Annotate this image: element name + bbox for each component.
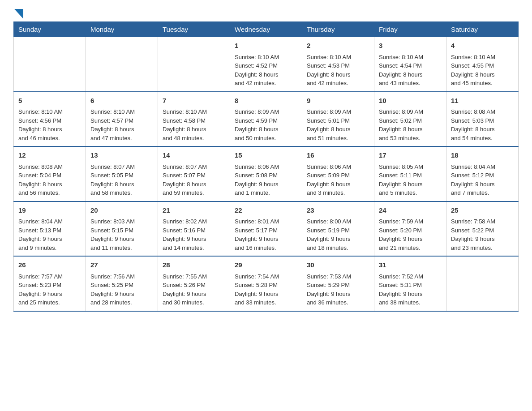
logo <box>13 9 23 17</box>
day-number: 3 <box>379 41 442 51</box>
week-row-2: 5Sunrise: 8:10 AMSunset: 4:56 PMDaylight… <box>14 92 519 147</box>
day-info: Sunrise: 8:09 AMSunset: 5:01 PMDaylight:… <box>307 107 369 142</box>
calendar-cell: 18Sunrise: 8:04 AMSunset: 5:12 PMDayligh… <box>446 146 519 201</box>
calendar-cell: 27Sunrise: 7:56 AMSunset: 5:25 PMDayligh… <box>86 256 158 311</box>
calendar-cell: 4Sunrise: 8:10 AMSunset: 4:55 PMDaylight… <box>446 37 519 92</box>
calendar-cell: 23Sunrise: 8:00 AMSunset: 5:19 PMDayligh… <box>302 201 374 257</box>
day-number: 21 <box>163 206 225 216</box>
day-info: Sunrise: 7:54 AMSunset: 5:28 PMDaylight:… <box>235 272 297 307</box>
day-number: 5 <box>18 96 81 106</box>
calendar-cell: 28Sunrise: 7:55 AMSunset: 5:26 PMDayligh… <box>158 256 230 311</box>
calendar-cell: 29Sunrise: 7:54 AMSunset: 5:28 PMDayligh… <box>230 256 302 311</box>
day-number: 7 <box>163 96 225 106</box>
day-number: 25 <box>451 206 514 216</box>
day-number: 15 <box>235 150 297 161</box>
calendar-cell <box>158 37 230 92</box>
calendar-cell: 7Sunrise: 8:10 AMSunset: 4:58 PMDaylight… <box>158 92 230 147</box>
calendar-cell <box>14 37 86 92</box>
calendar-cell: 5Sunrise: 8:10 AMSunset: 4:56 PMDaylight… <box>14 92 86 147</box>
day-header-monday: Monday <box>86 22 158 37</box>
calendar-cell: 9Sunrise: 8:09 AMSunset: 5:01 PMDaylight… <box>302 92 374 147</box>
day-info: Sunrise: 8:07 AMSunset: 5:05 PMDaylight:… <box>90 163 153 197</box>
day-info: Sunrise: 8:08 AMSunset: 5:03 PMDaylight:… <box>451 107 514 142</box>
day-info: Sunrise: 8:04 AMSunset: 5:12 PMDaylight:… <box>451 163 514 197</box>
day-info: Sunrise: 8:07 AMSunset: 5:07 PMDaylight:… <box>163 163 225 197</box>
calendar-cell: 14Sunrise: 8:07 AMSunset: 5:07 PMDayligh… <box>158 146 230 201</box>
day-number: 14 <box>163 150 225 161</box>
day-info: Sunrise: 8:09 AMSunset: 5:02 PMDaylight:… <box>379 107 442 142</box>
calendar-cell: 31Sunrise: 7:52 AMSunset: 5:31 PMDayligh… <box>374 256 446 311</box>
calendar-cell: 22Sunrise: 8:01 AMSunset: 5:17 PMDayligh… <box>230 201 302 257</box>
calendar-cell: 10Sunrise: 8:09 AMSunset: 5:02 PMDayligh… <box>374 92 446 147</box>
day-number: 29 <box>235 260 297 270</box>
week-row-3: 12Sunrise: 8:08 AMSunset: 5:04 PMDayligh… <box>14 146 519 201</box>
day-info: Sunrise: 7:53 AMSunset: 5:29 PMDaylight:… <box>307 272 369 307</box>
calendar-cell: 24Sunrise: 7:59 AMSunset: 5:20 PMDayligh… <box>374 201 446 257</box>
calendar-cell: 12Sunrise: 8:08 AMSunset: 5:04 PMDayligh… <box>14 146 86 201</box>
day-header-friday: Friday <box>374 22 446 37</box>
day-info: Sunrise: 8:05 AMSunset: 5:11 PMDaylight:… <box>379 163 442 197</box>
day-info: Sunrise: 7:58 AMSunset: 5:22 PMDaylight:… <box>451 217 514 252</box>
day-info: Sunrise: 7:56 AMSunset: 5:25 PMDaylight:… <box>90 272 153 307</box>
day-info: Sunrise: 7:59 AMSunset: 5:20 PMDaylight:… <box>379 217 442 252</box>
day-info: Sunrise: 8:06 AMSunset: 5:09 PMDaylight:… <box>307 163 369 197</box>
day-info: Sunrise: 8:08 AMSunset: 5:04 PMDaylight:… <box>18 163 81 197</box>
calendar-cell: 20Sunrise: 8:03 AMSunset: 5:15 PMDayligh… <box>86 201 158 257</box>
day-info: Sunrise: 8:04 AMSunset: 5:13 PMDaylight:… <box>18 217 81 252</box>
day-info: Sunrise: 8:09 AMSunset: 4:59 PMDaylight:… <box>235 107 297 142</box>
day-number: 27 <box>90 260 153 270</box>
day-number: 9 <box>307 96 369 106</box>
day-info: Sunrise: 8:10 AMSunset: 4:57 PMDaylight:… <box>90 107 153 142</box>
calendar-cell <box>446 256 519 311</box>
day-number: 2 <box>307 41 369 51</box>
day-info: Sunrise: 8:01 AMSunset: 5:17 PMDaylight:… <box>235 217 297 252</box>
day-info: Sunrise: 8:10 AMSunset: 4:54 PMDaylight:… <box>379 53 442 88</box>
calendar-cell: 1Sunrise: 8:10 AMSunset: 4:52 PMDaylight… <box>230 37 302 92</box>
calendar-cell: 6Sunrise: 8:10 AMSunset: 4:57 PMDaylight… <box>86 92 158 147</box>
day-info: Sunrise: 7:57 AMSunset: 5:23 PMDaylight:… <box>18 272 81 307</box>
calendar-cell: 25Sunrise: 7:58 AMSunset: 5:22 PMDayligh… <box>446 201 519 257</box>
calendar-cell: 26Sunrise: 7:57 AMSunset: 5:23 PMDayligh… <box>14 256 86 311</box>
day-number: 8 <box>235 96 297 106</box>
day-number: 22 <box>235 206 297 216</box>
calendar-cell: 15Sunrise: 8:06 AMSunset: 5:08 PMDayligh… <box>230 146 302 201</box>
day-header-sunday: Sunday <box>14 22 86 37</box>
day-number: 23 <box>307 206 369 216</box>
day-info: Sunrise: 8:10 AMSunset: 4:52 PMDaylight:… <box>235 53 297 88</box>
calendar-cell: 3Sunrise: 8:10 AMSunset: 4:54 PMDaylight… <box>374 37 446 92</box>
week-row-1: 1Sunrise: 8:10 AMSunset: 4:52 PMDaylight… <box>14 37 519 92</box>
day-number: 10 <box>379 96 442 106</box>
day-info: Sunrise: 8:03 AMSunset: 5:15 PMDaylight:… <box>90 217 153 252</box>
day-number: 16 <box>307 150 369 161</box>
day-info: Sunrise: 8:10 AMSunset: 4:56 PMDaylight:… <box>18 107 81 142</box>
day-header-wednesday: Wednesday <box>230 22 302 37</box>
day-number: 1 <box>235 41 297 51</box>
day-info: Sunrise: 8:06 AMSunset: 5:08 PMDaylight:… <box>235 163 297 197</box>
calendar-cell: 19Sunrise: 8:04 AMSunset: 5:13 PMDayligh… <box>14 201 86 257</box>
week-row-4: 19Sunrise: 8:04 AMSunset: 5:13 PMDayligh… <box>14 201 519 257</box>
logo-triangle-icon <box>14 9 23 19</box>
calendar-cell: 21Sunrise: 8:02 AMSunset: 5:16 PMDayligh… <box>158 201 230 257</box>
day-number: 19 <box>18 206 81 216</box>
day-info: Sunrise: 8:10 AMSunset: 4:58 PMDaylight:… <box>163 107 225 142</box>
day-number: 30 <box>307 260 369 270</box>
week-row-5: 26Sunrise: 7:57 AMSunset: 5:23 PMDayligh… <box>14 256 519 311</box>
calendar-cell: 17Sunrise: 8:05 AMSunset: 5:11 PMDayligh… <box>374 146 446 201</box>
calendar-header-row: SundayMondayTuesdayWednesdayThursdayFrid… <box>14 22 519 37</box>
day-number: 31 <box>379 260 442 270</box>
calendar-cell <box>86 37 158 92</box>
svg-marker-0 <box>14 9 23 19</box>
calendar-cell: 13Sunrise: 8:07 AMSunset: 5:05 PMDayligh… <box>86 146 158 201</box>
day-number: 18 <box>451 150 514 161</box>
day-info: Sunrise: 7:52 AMSunset: 5:31 PMDaylight:… <box>379 272 442 307</box>
day-number: 24 <box>379 206 442 216</box>
day-info: Sunrise: 8:02 AMSunset: 5:16 PMDaylight:… <box>163 217 225 252</box>
day-number: 17 <box>379 150 442 161</box>
calendar-cell: 11Sunrise: 8:08 AMSunset: 5:03 PMDayligh… <box>446 92 519 147</box>
day-number: 13 <box>90 150 153 161</box>
day-number: 4 <box>451 41 514 51</box>
day-number: 28 <box>163 260 225 270</box>
day-number: 6 <box>90 96 153 106</box>
day-number: 11 <box>451 96 514 106</box>
calendar-table: SundayMondayTuesdayWednesdayThursdayFrid… <box>13 21 519 312</box>
